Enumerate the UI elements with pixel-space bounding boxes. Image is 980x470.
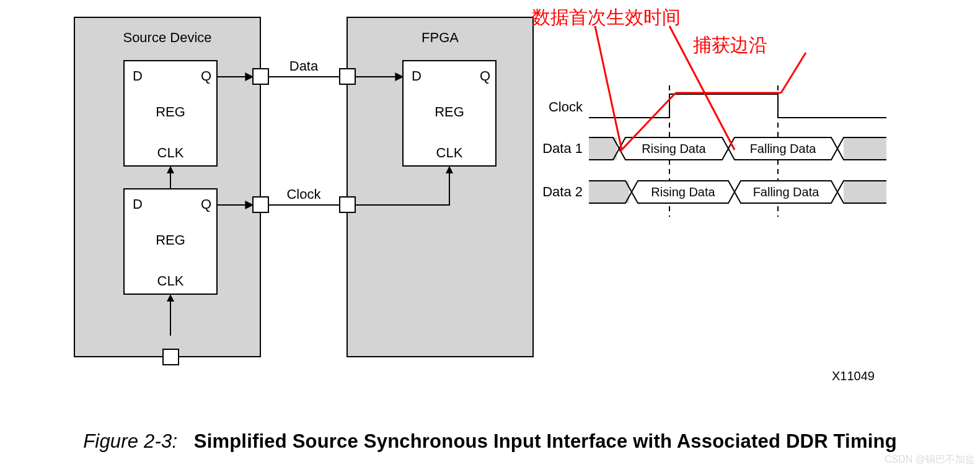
svg-text:CLK: CLK	[436, 145, 463, 160]
source-device-title: Source Device	[123, 30, 211, 45]
port-source-clock	[253, 197, 268, 212]
svg-text:CLK: CLK	[157, 273, 184, 289]
svg-rect-29	[589, 137, 617, 160]
port-fpga-data	[340, 69, 355, 84]
data1-row-label: Data 1	[542, 141, 583, 156]
svg-text:REG: REG	[435, 104, 464, 120]
svg-text:Rising Data: Rising Data	[642, 142, 706, 155]
port-source-clkin	[163, 349, 179, 365]
svg-text:Q: Q	[201, 68, 211, 84]
svg-text:Falling Data: Falling Data	[753, 185, 820, 199]
fpga-title: FPGA	[422, 30, 459, 45]
svg-rect-34	[844, 138, 886, 159]
watermark: CSDN @锅巴不加盐	[885, 453, 975, 466]
svg-text:REG: REG	[156, 104, 185, 120]
data2-waveform: Rising Data Falling Data	[589, 181, 886, 203]
svg-text:CLK: CLK	[157, 145, 184, 160]
annotation-capture-edge: 捕获边沿	[693, 33, 767, 58]
figure-caption: Figure 2-3: Simplified Source Synchronou…	[0, 430, 980, 453]
svg-text:Falling Data: Falling Data	[750, 142, 817, 155]
clock-row-label: Clock	[549, 99, 583, 115]
data-wire-label: Data	[289, 58, 319, 74]
block-diagram: Source Device FPGA D Q REG CLK D Q REG C…	[19, 6, 552, 378]
svg-rect-40	[844, 181, 886, 202]
svg-text:D: D	[133, 196, 143, 212]
annotation-valid-time: 数据首次生效时间	[532, 5, 681, 30]
svg-text:D: D	[133, 68, 143, 84]
caption-title: Simplified Source Synchronous Input Inte…	[194, 430, 897, 452]
svg-text:D: D	[412, 68, 422, 84]
svg-text:Q: Q	[480, 68, 490, 84]
clock-wire-label: Clock	[286, 186, 321, 202]
data1-waveform: Rising Data Falling Data	[589, 137, 886, 160]
figure-xref: X11049	[832, 369, 875, 383]
clock-waveform	[589, 94, 886, 118]
svg-rect-35	[589, 181, 629, 203]
port-source-data	[253, 69, 268, 84]
timing-diagram: Clock Data 1 Data 2 Rising Data Falling …	[539, 74, 886, 248]
port-fpga-clock	[340, 197, 355, 212]
fpga-reg: D Q REG CLK	[403, 61, 496, 166]
svg-text:REG: REG	[156, 232, 185, 248]
svg-text:Q: Q	[201, 196, 211, 212]
caption-prefix: Figure 2-3:	[83, 430, 177, 452]
svg-text:Rising Data: Rising Data	[651, 185, 715, 199]
data2-row-label: Data 2	[542, 184, 583, 199]
